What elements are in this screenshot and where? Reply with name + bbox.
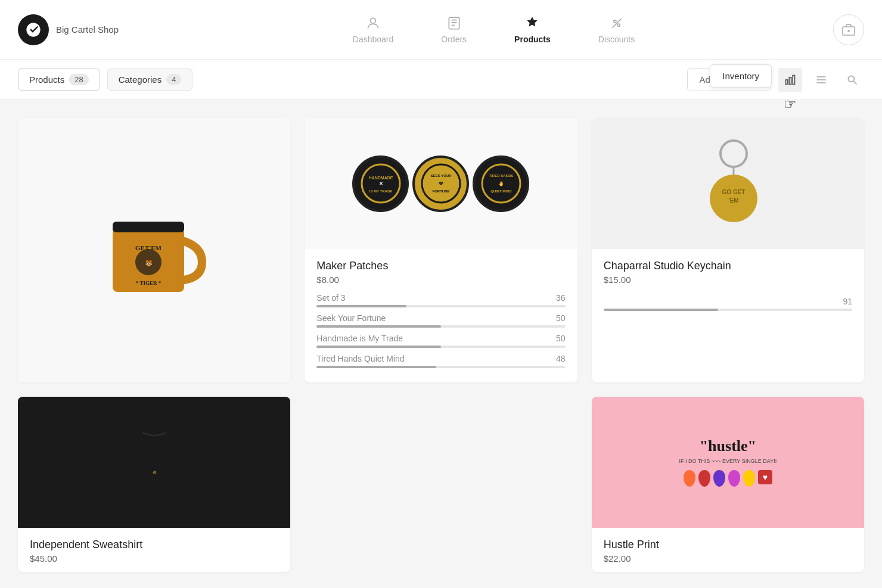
variant-label-seek: Seek Your Fortune bbox=[316, 313, 386, 323]
tab-products-label: Products bbox=[29, 74, 64, 85]
dashboard-icon bbox=[365, 15, 381, 31]
nav-orders-label: Orders bbox=[441, 35, 467, 44]
tab-products[interactable]: Products 28 bbox=[18, 69, 100, 91]
patch-3: TIRED HANDS 🤚 QUIET MIND bbox=[473, 155, 529, 212]
store-icon bbox=[841, 23, 856, 37]
svg-text:GO GET: GO GET bbox=[722, 189, 746, 195]
mug-svg: GET'EM 🐯 * TIGER * bbox=[95, 197, 214, 304]
orders-icon bbox=[446, 15, 462, 31]
product-card-sweatshirt[interactable]: ⚙ Independent Sweatshirt $45.00 bbox=[18, 397, 290, 572]
svg-rect-5 bbox=[786, 80, 788, 85]
product-info-sweatshirt: Independent Sweatshirt $45.00 bbox=[18, 528, 290, 564]
product-info-hustle: Hustle Print $22.00 bbox=[592, 528, 864, 564]
categories-count-badge: 4 bbox=[166, 74, 181, 85]
tab-categories[interactable]: Categories 4 bbox=[107, 69, 193, 91]
svg-text:IS MY TRADE: IS MY TRADE bbox=[369, 189, 393, 193]
svg-point-0 bbox=[371, 18, 376, 23]
shop-name: Big Cartel Shop bbox=[56, 24, 119, 35]
svg-rect-6 bbox=[789, 77, 791, 84]
product-price-sweatshirt: $45.00 bbox=[30, 553, 278, 564]
nav-dashboard-label: Dashboard bbox=[353, 35, 394, 44]
svg-rect-1 bbox=[449, 17, 459, 29]
svg-text:🤚: 🤚 bbox=[498, 181, 504, 186]
product-card-patches[interactable]: HANDMADE ✕ IS MY TRADE SEEK YOUR 👁 FORTU… bbox=[305, 118, 577, 382]
search-icon bbox=[846, 74, 858, 86]
svg-text:FORTUNE: FORTUNE bbox=[432, 189, 449, 193]
svg-rect-14 bbox=[113, 222, 184, 232]
product-image-sweatshirt: ⚙ bbox=[18, 397, 290, 528]
svg-rect-7 bbox=[793, 75, 794, 84]
svg-point-11 bbox=[848, 76, 854, 82]
product-name-hustle: Hustle Print bbox=[604, 539, 852, 551]
inventory-tooltip-label: Inventory bbox=[722, 71, 759, 81]
inventory-bar-keychain bbox=[592, 309, 864, 325]
balloon-red bbox=[698, 470, 710, 487]
balloon-orange bbox=[684, 470, 695, 487]
inventory-count-keychain: 91 bbox=[592, 293, 864, 309]
product-name-patches: Maker Patches bbox=[316, 260, 565, 272]
product-name-keychain: Chaparral Studio Keychain bbox=[604, 260, 852, 272]
main-content: GET'EM 🐯 * TIGER * Go Get Em Mug $18.00 … bbox=[0, 100, 882, 588]
nav-item-dashboard[interactable]: Dashboard bbox=[329, 15, 418, 44]
product-price-patches: $8.00 bbox=[316, 275, 565, 285]
svg-text:SEEK YOUR: SEEK YOUR bbox=[430, 174, 452, 178]
list-view-button[interactable] bbox=[809, 68, 833, 92]
product-info-patches: Maker Patches $8.00 bbox=[305, 249, 577, 285]
variant-label-tired: Tired Hands Quiet Mind bbox=[316, 354, 404, 363]
search-button[interactable] bbox=[840, 68, 864, 92]
main-nav: Dashboard Orders Products bbox=[154, 15, 833, 44]
svg-text:HANDMADE: HANDMADE bbox=[369, 176, 393, 180]
balloon-pink bbox=[728, 470, 740, 487]
inventory-view-button[interactable] bbox=[778, 68, 802, 92]
balloon-purple bbox=[713, 470, 725, 487]
variant-label-handmade: Handmade is My Trade bbox=[316, 334, 403, 343]
inventory-row-seek-your-fortune: Seek Your Fortune 50 bbox=[316, 313, 565, 323]
product-image-hustle: "hustle" IF I DO THIS ~~~ EVERY SINGLE D… bbox=[592, 397, 864, 528]
hustle-text-area: "hustle" IF I DO THIS ~~~ EVERY SINGLE D… bbox=[673, 432, 783, 493]
nav-item-orders[interactable]: Orders bbox=[417, 15, 490, 44]
svg-text:'EM: 'EM bbox=[729, 197, 739, 204]
hustle-subtitle: IF I DO THIS ~~~ EVERY SINGLE DAY!! bbox=[679, 458, 777, 464]
nav-item-discounts[interactable]: Discounts bbox=[574, 15, 659, 44]
nav-discounts-label: Discounts bbox=[598, 35, 635, 44]
inventory-btn-wrapper: ☞ bbox=[778, 68, 802, 92]
keychain-svg: GO GET 'EM bbox=[680, 130, 775, 237]
nav-item-products[interactable]: Products bbox=[490, 15, 574, 44]
product-card-keychain[interactable]: GO GET 'EM Chaparral Studio Keychain $15… bbox=[592, 118, 864, 382]
svg-point-31 bbox=[720, 141, 747, 167]
product-image-mug: GET'EM 🐯 * TIGER * bbox=[18, 118, 290, 382]
hustle-title: "hustle" bbox=[700, 438, 756, 455]
logo-icon bbox=[18, 14, 49, 45]
hustle-balloons: ♥ bbox=[684, 470, 772, 487]
variant-count-handmade: 50 bbox=[556, 334, 566, 343]
sweatshirt-svg: ⚙ bbox=[95, 403, 214, 522]
inventory-row-handmade: Handmade is My Trade 50 bbox=[316, 334, 565, 343]
discounts-icon bbox=[609, 15, 625, 31]
product-card-hustle[interactable]: "hustle" IF I DO THIS ~~~ EVERY SINGLE D… bbox=[592, 397, 864, 572]
product-price-keychain: $15.00 bbox=[604, 275, 852, 285]
product-name-sweatshirt: Independent Sweatshirt bbox=[30, 539, 278, 551]
list-icon bbox=[815, 74, 827, 86]
nav-products-label: Products bbox=[514, 35, 551, 44]
product-info-keychain: Chaparral Studio Keychain $15.00 bbox=[592, 249, 864, 285]
inventory-tooltip: Inventory bbox=[710, 64, 772, 88]
patch-1: HANDMADE ✕ IS MY TRADE bbox=[352, 155, 409, 212]
svg-text:🐯: 🐯 bbox=[145, 260, 152, 267]
bar-chart-icon bbox=[784, 74, 796, 86]
tab-categories-label: Categories bbox=[119, 74, 162, 85]
svg-text:TIRED HANDS: TIRED HANDS bbox=[489, 174, 513, 178]
svg-text:👁: 👁 bbox=[439, 181, 443, 186]
product-image-keychain: GO GET 'EM bbox=[592, 118, 864, 249]
svg-text:✕: ✕ bbox=[378, 181, 383, 186]
heart-card: ♥ bbox=[758, 470, 772, 484]
svg-text:QUIET MIND: QUIET MIND bbox=[490, 189, 512, 193]
products-icon bbox=[524, 15, 540, 31]
product-card-mug[interactable]: GET'EM 🐯 * TIGER * Go Get Em Mug $18.00 … bbox=[18, 118, 290, 382]
logo-area: Big Cartel Shop bbox=[18, 14, 119, 45]
products-grid: GET'EM 🐯 * TIGER * Go Get Em Mug $18.00 … bbox=[18, 118, 864, 572]
svg-line-12 bbox=[854, 81, 857, 84]
svg-point-3 bbox=[617, 24, 620, 26]
variant-count-seek: 50 bbox=[556, 313, 566, 323]
inventory-row-tired-hands: Tired Hands Quiet Mind 48 bbox=[316, 354, 565, 363]
store-button[interactable] bbox=[833, 14, 864, 45]
